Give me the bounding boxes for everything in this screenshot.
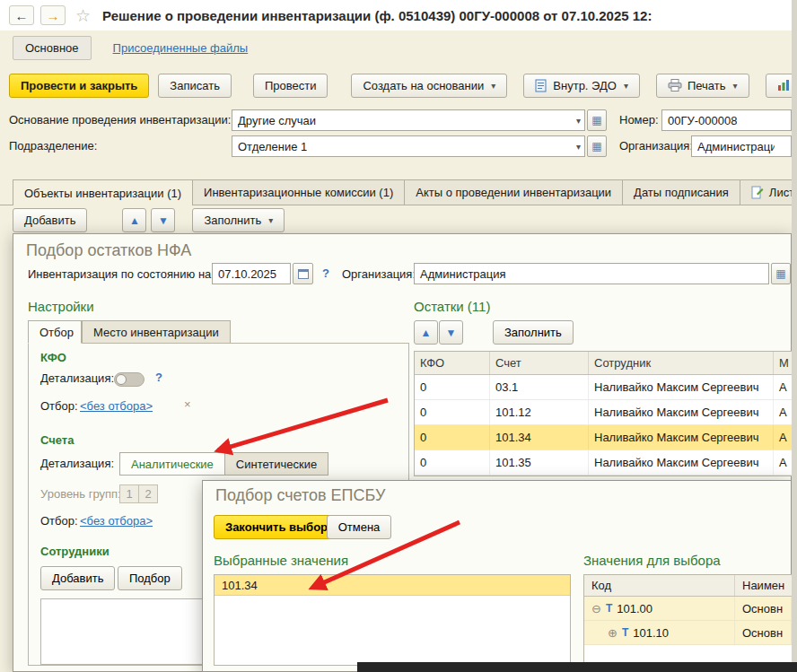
analytic-option[interactable]: Аналитические xyxy=(119,452,225,476)
table-row[interactable]: 0 101.35 Наливайко Максим Сергеевич А xyxy=(415,450,793,476)
choice-grid-icon: ▦ xyxy=(591,114,601,127)
column-header-account[interactable]: Счет xyxy=(490,352,589,374)
kfo-detail-toggle[interactable] xyxy=(114,372,145,387)
balances-move-down-button[interactable]: ▼ xyxy=(439,320,463,345)
clear-filter-icon[interactable]: × xyxy=(184,397,191,411)
printer-icon xyxy=(668,79,682,92)
forward-button[interactable]: → xyxy=(40,5,66,25)
employees-pick-button[interactable]: Подбор xyxy=(118,566,182,590)
panel-organization-field[interactable]: Администрация xyxy=(414,263,769,284)
calendar-icon xyxy=(298,269,309,279)
attached-files-link[interactable]: Присоединенные файлы xyxy=(113,41,249,55)
column-header-employee[interactable]: Сотрудник xyxy=(589,352,774,374)
selected-values-title: Выбранные значения xyxy=(214,553,348,568)
expand-icon[interactable]: ⊕ xyxy=(608,626,617,640)
favorite-star-icon[interactable]: ☆ xyxy=(75,5,91,26)
kfo-filter-link[interactable]: <без отбора> xyxy=(80,399,153,413)
group-level-label: Уровень групп: xyxy=(40,487,121,501)
synthetic-option[interactable]: Синтетические xyxy=(225,452,328,476)
section-nav: Основное Присоединенные файлы xyxy=(0,31,797,65)
back-button[interactable]: ← xyxy=(9,5,34,25)
tab-filter[interactable]: Отбор xyxy=(28,320,82,344)
print-button[interactable]: Печать▾ xyxy=(656,74,749,98)
accounts-filter-link[interactable]: <без отбора> xyxy=(80,514,153,528)
group-level-2-button[interactable]: 2 xyxy=(138,484,158,503)
selected-values-list[interactable]: 101.34 xyxy=(214,574,571,666)
post-and-close-button[interactable]: Провести и закрыть xyxy=(9,74,149,98)
cell-employee: Наливайко Максим Сергеевич xyxy=(589,450,774,475)
forward-arrow-icon: → xyxy=(47,9,60,22)
cell-kfo: 0 xyxy=(415,375,490,399)
move-up-button[interactable]: ▲ xyxy=(122,208,146,232)
department-combobox[interactable]: Отделение 1 ▾ xyxy=(232,135,585,157)
cell-employee: Наливайко Максим Сергеевич xyxy=(589,375,774,399)
tab-label: Объекты инвентаризации (1) xyxy=(24,187,181,200)
accounts-detail-switch: Аналитические Синтетические xyxy=(119,452,328,476)
column-header-kfo[interactable]: КФО xyxy=(415,352,490,374)
calendar-button[interactable] xyxy=(293,263,313,284)
basis-choice-button[interactable]: ▦ xyxy=(587,109,607,131)
tree-row[interactable]: ⊕ Т 101.10 Основн xyxy=(584,621,792,645)
fill-label: Заполнить xyxy=(204,214,261,227)
down-arrow-icon: ▼ xyxy=(446,327,457,339)
tab-signing-dates[interactable]: Даты подписания xyxy=(623,179,740,205)
panel-title: Подбор остатков НФА xyxy=(26,241,191,260)
basis-combobox[interactable]: Другие случаи ▾ xyxy=(232,109,585,131)
tab-main[interactable]: Основное xyxy=(13,36,92,60)
table-row-selected[interactable]: 0 101.34 Наливайко Максим Сергеевич А xyxy=(415,425,793,450)
table-row[interactable]: 0 101.12 Наливайко Максим Сергеевич А xyxy=(415,400,793,425)
department-choice-button[interactable]: ▦ xyxy=(587,135,607,157)
organization-value: Администрация xyxy=(697,140,775,153)
panel-organization-value: Администрация xyxy=(420,267,506,281)
dialog-title: Подбор счетов ЕПСБУ xyxy=(215,486,385,505)
help-icon[interactable]: ? xyxy=(155,371,162,384)
balances-fill-button[interactable]: Заполнить xyxy=(493,320,574,345)
add-row-button[interactable]: Добавить xyxy=(13,208,87,232)
finish-selection-button[interactable]: Закончить выбор xyxy=(214,515,339,539)
fill-button[interactable]: Заполнить▾ xyxy=(192,208,285,232)
account-code: 101.00 xyxy=(617,602,652,615)
caret-down-icon: ▾ xyxy=(576,142,581,152)
tab-acts[interactable]: Акты о проведении инвентаризации xyxy=(405,179,623,205)
create-on-basis-button[interactable]: Создать на основании▾ xyxy=(351,74,507,98)
post-and-close-label: Провести и закрыть xyxy=(21,79,137,92)
tab-inventory-objects[interactable]: Объекты инвентаризации (1) xyxy=(13,179,193,205)
column-header-code[interactable]: Код xyxy=(584,575,735,596)
collapse-icon[interactable]: ⊖ xyxy=(591,602,601,615)
inventory-date-field[interactable]: 07.10.2025 xyxy=(212,263,291,284)
down-arrow-icon: ▼ xyxy=(158,214,169,227)
tree-row[interactable]: ⊖ Т 101.00 Основн xyxy=(584,597,792,621)
accounts-tree-table: Код Наимен ⊖ Т 101.00 Основн ⊕ Т 101.10 … xyxy=(583,574,793,666)
document-tabs: Объекты инвентаризации (1) Инвентаризаци… xyxy=(0,179,797,205)
cell-extra: А xyxy=(774,400,793,424)
cell-name: Основн xyxy=(735,621,792,644)
cancel-button[interactable]: Отмена xyxy=(327,515,391,539)
internal-edo-button[interactable]: Внутр. ЭДО▾ xyxy=(523,74,640,98)
tab-label: Место инвентаризации xyxy=(93,326,219,339)
objects-list-toolbar: Добавить ▲ ▼ Заполнить▾ xyxy=(0,205,797,232)
balances-move-up-button[interactable]: ▲ xyxy=(414,320,438,345)
column-header-name[interactable]: Наимен xyxy=(735,575,792,596)
number-field[interactable]: 00ГУ-000008 xyxy=(661,109,792,131)
epsbu-accounts-dialog: Подбор счетов ЕПСБУ Закончить выбор Отме… xyxy=(202,480,792,672)
post-button[interactable]: Провести xyxy=(253,74,328,98)
accounts-filter-label: Отбор: xyxy=(40,514,78,528)
column-header-extra[interactable]: М xyxy=(774,352,793,374)
tab-label: Отбор xyxy=(39,326,74,339)
tab-commissions[interactable]: Инвентаризационные комиссии (1) xyxy=(193,179,405,205)
panel-organization-choice-button[interactable]: ▦ xyxy=(771,263,791,284)
tab-familiarization-sheet[interactable]: Лист озн xyxy=(740,179,797,205)
table-row[interactable]: 0 03.1 Наливайко Максим Сергеевич А xyxy=(415,375,793,400)
write-button[interactable]: Записать xyxy=(158,74,232,98)
cell-account: 03.1 xyxy=(490,375,589,399)
move-down-button[interactable]: ▼ xyxy=(151,208,175,232)
tab-label: Инвентаризационные комиссии (1) xyxy=(204,186,393,199)
help-icon[interactable]: ? xyxy=(322,266,329,280)
employees-add-button[interactable]: Добавить xyxy=(40,566,115,590)
organization-field[interactable]: Администрация xyxy=(691,135,792,157)
tree-table-header: Код Наимен xyxy=(584,575,792,597)
balances-table-header: КФО Счет Сотрудник М xyxy=(415,352,793,375)
tab-inventory-place[interactable]: Место инвентаризации xyxy=(82,320,231,344)
selected-value-row[interactable]: 101.34 xyxy=(215,575,570,596)
group-level-1-button[interactable]: 1 xyxy=(119,484,139,503)
